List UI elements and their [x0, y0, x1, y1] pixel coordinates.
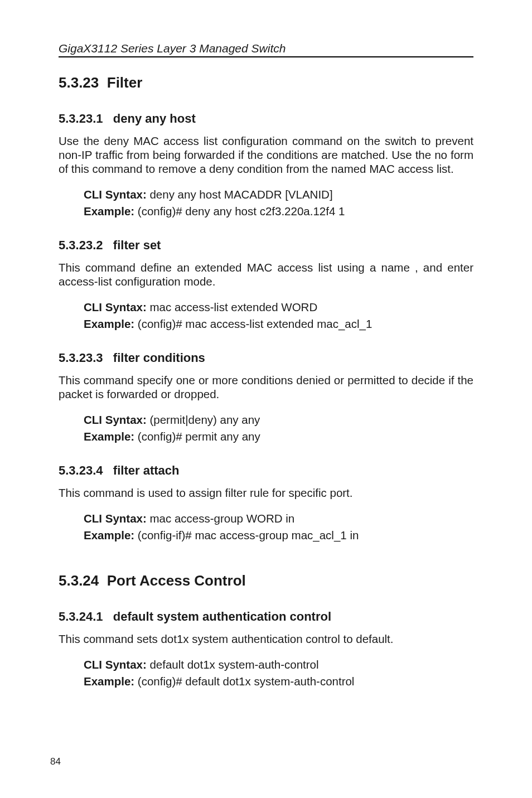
cli-syntax-label: CLI Syntax:: [84, 413, 149, 426]
body-text: This command specify one or more conditi…: [59, 373, 473, 401]
heading-number: 5.3.24.1: [59, 610, 103, 623]
heading-title: filter conditions: [113, 351, 205, 365]
cli-syntax-line: CLI Syntax: deny any host MACADDR [VLANI…: [84, 188, 473, 201]
example-line: Example: (config)# deny any host c2f3.22…: [84, 205, 473, 218]
cli-syntax-label: CLI Syntax:: [84, 188, 149, 201]
example-value: (config)# mac access-list extended mac_a…: [138, 317, 372, 330]
example-line: Example: (config)# mac access-list exten…: [84, 317, 473, 331]
heading-deny-any-host: 5.3.23.1 deny any host: [59, 112, 473, 126]
running-header: GigaX3112 Series Layer 3 Managed Switch: [59, 42, 473, 57]
page-container: GigaX3112 Series Layer 3 Managed Switch …: [0, 0, 532, 798]
body-text: This command is used to assign filter ru…: [59, 486, 473, 500]
heading-title: Filter: [107, 74, 143, 91]
example-label: Example:: [84, 430, 138, 443]
heading-title: default system authentication control: [113, 610, 331, 623]
example-value: (config)# deny any host c2f3.220a.12f4 1: [138, 205, 345, 217]
heading-port-access-control: 5.3.24 Port Access Control: [59, 572, 473, 589]
heading-title: Port Access Control: [107, 572, 246, 589]
cli-block: CLI Syntax: default dot1x system-auth-co…: [84, 655, 473, 691]
heading-title: filter attach: [113, 463, 180, 477]
cli-syntax-label: CLI Syntax:: [84, 658, 149, 671]
heading-filter-conditions: 5.3.23.3 filter conditions: [59, 351, 473, 365]
cli-syntax-label: CLI Syntax:: [84, 512, 149, 525]
example-value: (config)# permit any any: [138, 430, 260, 443]
cli-syntax-label: CLI Syntax:: [84, 301, 149, 313]
example-line: Example: (config)# default dot1x system-…: [84, 675, 473, 688]
page-number: 84: [50, 756, 61, 767]
cli-syntax-value: mac access-list extended WORD: [149, 301, 317, 313]
heading-number: 5.3.24: [59, 572, 99, 589]
example-label: Example:: [84, 205, 138, 217]
example-value: (config-if)# mac access-group mac_acl_1 …: [138, 529, 359, 541]
body-text: This command sets dot1x system authentic…: [59, 632, 473, 646]
heading-number: 5.3.23.4: [59, 463, 103, 477]
heading-number: 5.3.23.1: [59, 112, 103, 125]
cli-block: CLI Syntax: (permit|deny) any any Exampl…: [84, 410, 473, 447]
heading-title: filter set: [113, 238, 161, 252]
cli-syntax-value: default dot1x system-auth-control: [149, 658, 318, 671]
cli-block: CLI Syntax: deny any host MACADDR [VLANI…: [84, 185, 473, 221]
heading-title: deny any host: [113, 112, 196, 125]
body-text: This command define an extended MAC acce…: [59, 260, 473, 288]
heading-filter: 5.3.23 Filter: [59, 74, 473, 91]
heading-number: 5.3.23.2: [59, 238, 103, 252]
heading-number: 5.3.23.3: [59, 351, 103, 365]
cli-syntax-line: CLI Syntax: mac access-group WORD in: [84, 512, 473, 525]
example-line: Example: (config)# permit any any: [84, 430, 473, 443]
example-line: Example: (config-if)# mac access-group m…: [84, 529, 473, 542]
cli-syntax-value: mac access-group WORD in: [149, 512, 294, 525]
heading-default-system-auth: 5.3.24.1 default system authentication c…: [59, 610, 473, 624]
heading-filter-set: 5.3.23.2 filter set: [59, 238, 473, 253]
cli-syntax-line: CLI Syntax: mac access-list extended WOR…: [84, 301, 473, 314]
heading-filter-attach: 5.3.23.4 filter attach: [59, 463, 473, 478]
cli-block: CLI Syntax: mac access-group WORD in Exa…: [84, 509, 473, 545]
example-label: Example:: [84, 529, 138, 541]
cli-syntax-line: CLI Syntax: default dot1x system-auth-co…: [84, 658, 473, 671]
body-text: Use the deny MAC access list configurati…: [59, 134, 473, 176]
cli-syntax-value: (permit|deny) any any: [149, 413, 260, 426]
example-label: Example:: [84, 675, 138, 688]
cli-block: CLI Syntax: mac access-list extended WOR…: [84, 297, 473, 334]
cli-syntax-value: deny any host MACADDR [VLANID]: [149, 188, 332, 201]
heading-number: 5.3.23: [59, 74, 99, 91]
example-value: (config)# default dot1x system-auth-cont…: [138, 675, 355, 688]
example-label: Example:: [84, 317, 138, 330]
cli-syntax-line: CLI Syntax: (permit|deny) any any: [84, 413, 473, 427]
